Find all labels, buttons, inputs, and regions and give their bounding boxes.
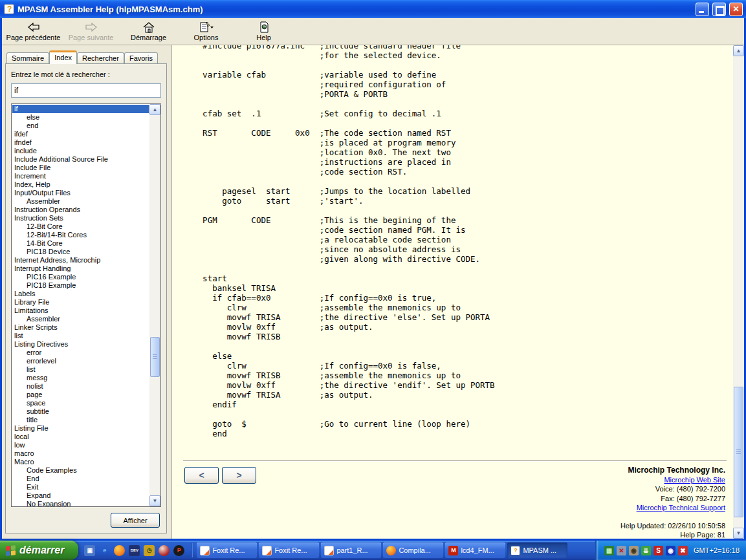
index-list-scrollbar[interactable] <box>149 104 160 506</box>
index-list-item[interactable]: Library File <box>12 298 149 307</box>
scroll-up-icon[interactable] <box>149 104 160 115</box>
quick-launch-realplayer-icon[interactable]: P <box>173 545 184 556</box>
task-button-label: part1_R... <box>336 546 368 554</box>
index-list-item[interactable]: page <box>12 391 149 399</box>
index-list-item[interactable]: low <box>12 441 149 449</box>
index-list-item[interactable]: Listing Directives <box>12 340 149 349</box>
index-list-item[interactable]: else <box>12 113 149 122</box>
tray-display-error-icon[interactable]: ✕ <box>617 546 626 555</box>
quick-launch-media-icon[interactable] <box>159 545 170 556</box>
toolbar: Page précédente Page suivante Démarrage … <box>2 18 744 45</box>
index-list-item[interactable]: End <box>12 475 149 483</box>
tray-matrix-icon[interactable]: ▦ <box>604 546 614 555</box>
index-list-item[interactable]: Macro <box>12 458 149 466</box>
tray-babylon-icon[interactable]: S <box>653 546 663 555</box>
microchip-website-link[interactable]: Microchip Web Site <box>620 475 725 485</box>
index-list-item[interactable]: if <box>12 105 149 113</box>
options-button[interactable]: Options <box>177 19 235 45</box>
previous-topic-button[interactable]: < <box>184 467 219 484</box>
minimize-button[interactable] <box>696 3 709 16</box>
scroll-up-icon[interactable] <box>733 45 744 56</box>
taskbar-task-button[interactable]: ?MPASM ... <box>507 543 567 558</box>
index-list-item[interactable]: Exit <box>12 483 149 491</box>
index-list-item[interactable]: Assembler <box>12 197 149 206</box>
tray-security-alert-icon[interactable]: ✖ <box>678 546 688 555</box>
index-list-item[interactable]: Instruction Operands <box>12 206 149 214</box>
index-list-item[interactable]: end <box>12 122 149 130</box>
titlebar[interactable]: MPASM Assembler Help (hlpMPASMAsm.chm) <box>0 0 746 18</box>
index-list-item[interactable]: subtitle <box>12 407 149 416</box>
index-list-item[interactable]: Input/Output Files <box>12 189 149 197</box>
index-list-item[interactable]: messg <box>12 374 149 382</box>
tab-sommaire[interactable]: Sommaire <box>6 52 49 64</box>
index-list-item[interactable]: macro <box>12 449 149 458</box>
quick-launch-ie-icon[interactable]: e <box>99 545 110 556</box>
index-list-item[interactable]: Instruction Sets <box>12 214 149 222</box>
index-list-item[interactable]: title <box>12 416 149 424</box>
index-list-item[interactable]: Labels <box>12 290 149 298</box>
home-button[interactable]: Démarrage <box>120 19 177 45</box>
maximize-button[interactable] <box>712 3 726 16</box>
scrollbar-thumb[interactable] <box>150 337 160 377</box>
index-list-item[interactable]: Linker Scripts <box>12 323 149 332</box>
start-button[interactable]: démarrer <box>0 541 78 560</box>
index-list-item[interactable]: 14-Bit Core <box>12 239 149 248</box>
index-list-item[interactable]: Include File <box>12 164 149 172</box>
index-list-item[interactable]: list <box>12 332 149 340</box>
back-button[interactable]: Page précédente <box>5 19 62 45</box>
scroll-down-icon[interactable] <box>149 495 160 506</box>
index-list-item[interactable]: Internet Address, Microchip <box>12 256 149 264</box>
index-list-item[interactable]: Assembler <box>12 315 149 323</box>
taskbar-task-button[interactable]: Foxit Re... <box>197 543 257 558</box>
index-list-item[interactable]: PIC18 Device <box>12 248 149 256</box>
quick-launch-firefox-icon[interactable] <box>114 545 125 556</box>
index-list-item[interactable]: PIC16 Example <box>12 273 149 281</box>
quick-launch-devcpp-icon[interactable]: DEV <box>129 545 140 556</box>
index-list-item[interactable]: ifndef <box>12 138 149 147</box>
index-list-item[interactable]: Index, Help <box>12 180 149 189</box>
index-list-item[interactable]: nolist <box>12 382 149 391</box>
index-list-item[interactable]: error <box>12 349 149 357</box>
help-file-icon <box>4 4 14 14</box>
index-list-item[interactable]: Interrupt Handling <box>12 264 149 273</box>
taskbar-task-button[interactable]: Foxit Re... <box>259 543 319 558</box>
index-list-item[interactable]: local <box>12 433 149 441</box>
close-button[interactable] <box>729 3 743 16</box>
topic-scrollbar[interactable] <box>733 45 744 539</box>
index-list-item[interactable]: list <box>12 365 149 374</box>
index-list-item[interactable]: Increment <box>12 172 149 180</box>
keyword-input[interactable] <box>11 83 161 98</box>
quick-launch-messenger-icon[interactable]: ▣ <box>84 545 95 556</box>
index-list-item[interactable]: Limitations <box>12 307 149 315</box>
taskbar-task-button[interactable]: part1_R... <box>321 543 381 558</box>
index-list-item[interactable]: Expand <box>12 491 149 500</box>
index-list-item[interactable]: include <box>12 147 149 155</box>
index-list-item[interactable]: No Expansion <box>12 500 149 506</box>
taskbar-task-button[interactable]: Mlcd4_FM... <box>445 543 505 558</box>
next-topic-button[interactable]: > <box>222 467 256 484</box>
keyword-label: Entrez le mot clé à rechercher : <box>11 70 161 78</box>
index-list-item[interactable]: Code Examples <box>12 466 149 475</box>
taskbar-task-button[interactable]: Compila... <box>383 543 443 558</box>
tray-sync-icon[interactable]: ⇊ <box>641 546 651 555</box>
forward-button[interactable]: Page suivante <box>62 19 120 45</box>
tray-audio-icon[interactable]: ◉ <box>629 546 639 555</box>
index-list-item[interactable]: Include Additional Source File <box>12 155 149 164</box>
help-button[interactable]: Help <box>235 19 292 45</box>
index-list-item[interactable]: 12-Bit Core <box>12 222 149 231</box>
technical-support-link[interactable]: Microchip Technical Support <box>620 503 725 513</box>
index-list-item[interactable]: 12-Bit/14-Bit Cores <box>12 231 149 239</box>
index-list-item[interactable]: PIC18 Example <box>12 281 149 290</box>
display-button[interactable]: Afficher <box>111 513 160 528</box>
scrollbar-thumb[interactable] <box>734 387 743 517</box>
tab-favoris[interactable]: Favoris <box>124 52 158 64</box>
index-list-item[interactable]: errorlevel <box>12 357 149 365</box>
scroll-down-icon[interactable] <box>733 528 744 539</box>
quick-launch-scheduler-icon[interactable]: ◷ <box>144 545 155 556</box>
index-list-item[interactable]: space <box>12 399 149 407</box>
index-list-item[interactable]: Listing File <box>12 424 149 433</box>
tab-index[interactable]: Index <box>49 50 77 64</box>
tray-wireless-icon[interactable]: ◉ <box>666 546 675 555</box>
index-list-item[interactable]: ifdef <box>12 130 149 138</box>
tab-rechercher[interactable]: Rechercher <box>77 52 124 64</box>
